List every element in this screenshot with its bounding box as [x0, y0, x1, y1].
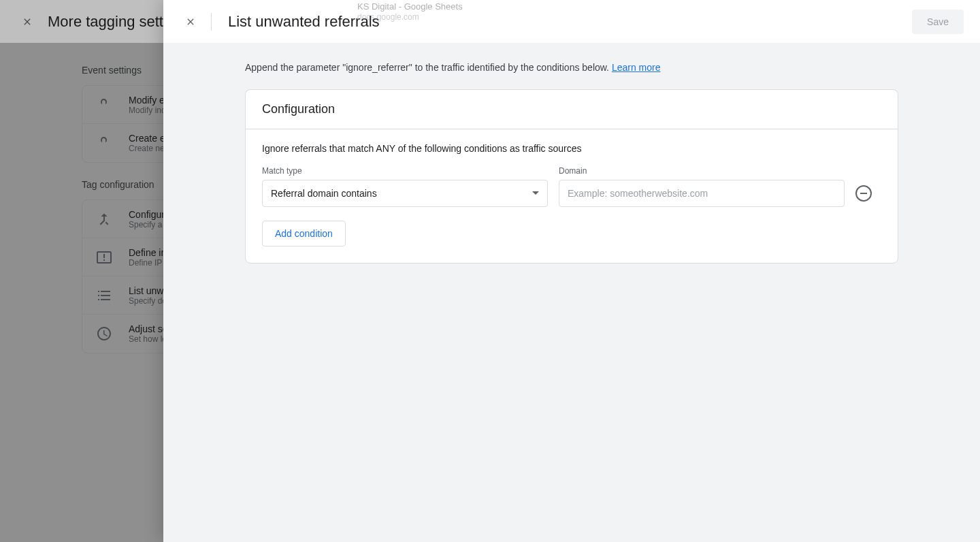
domain-input[interactable]	[559, 180, 845, 207]
chevron-down-icon	[532, 188, 539, 199]
unwanted-referrals-panel: KS Digital - Google Sheets docs.google.c…	[163, 0, 980, 542]
match-type-label: Match type	[262, 166, 548, 176]
learn-more-link[interactable]: Learn more	[612, 62, 661, 73]
add-condition-button[interactable]: Add condition	[262, 221, 346, 246]
config-card-header: Configuration	[246, 90, 898, 129]
remove-condition-button[interactable]	[855, 185, 872, 202]
description-text: Append the parameter "ignore_referrer" t…	[245, 62, 898, 73]
condition-row: Match type Referral domain contains Doma…	[262, 166, 881, 207]
ghost-tab-title: KS Digital - Google Sheets	[357, 1, 463, 12]
configuration-card: Configuration Ignore referrals that matc…	[245, 89, 898, 264]
ghost-tab-sub: docs.google.com	[357, 12, 419, 22]
domain-label: Domain	[559, 166, 845, 176]
save-button[interactable]: Save	[912, 10, 964, 34]
panel-title: List unwanted referrals	[211, 13, 380, 31]
config-subtitle: Ignore referrals that match ANY of the f…	[262, 143, 881, 154]
close-icon[interactable]	[182, 14, 199, 30]
match-type-value: Referral domain contains	[271, 188, 377, 199]
match-type-select[interactable]: Referral domain contains	[262, 180, 548, 207]
description-span: Append the parameter "ignore_referrer" t…	[245, 62, 612, 73]
